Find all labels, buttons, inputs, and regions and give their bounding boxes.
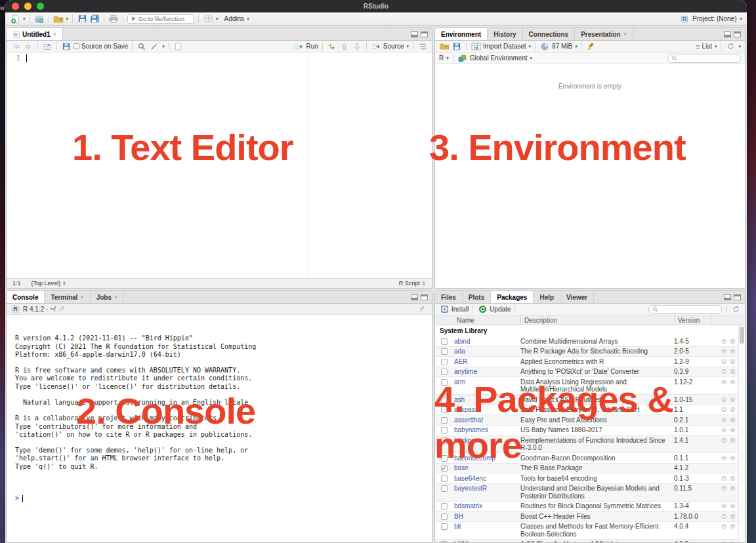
- maximize-pane-icon[interactable]: [734, 294, 741, 300]
- package-checkbox[interactable]: [441, 338, 448, 345]
- language-selector[interactable]: R ▾: [439, 54, 449, 62]
- refresh-packages-icon[interactable]: [730, 304, 741, 314]
- package-website-icon[interactable]: ⊜: [721, 454, 727, 462]
- goto-file-search[interactable]: [127, 14, 194, 24]
- tab-history[interactable]: History: [488, 28, 522, 40]
- column-version[interactable]: Version: [674, 315, 711, 325]
- package-website-icon[interactable]: ⊜: [721, 540, 727, 542]
- panes-layout-icon[interactable]: [203, 14, 213, 24]
- package-website-icon[interactable]: ⊜: [721, 523, 727, 530]
- minimize-pane-icon[interactable]: [411, 31, 418, 37]
- document-outline-icon[interactable]: [417, 41, 428, 51]
- package-checkbox[interactable]: [441, 513, 448, 520]
- package-website-icon[interactable]: ⊜: [721, 338, 727, 345]
- print-icon[interactable]: [108, 14, 119, 24]
- package-remove-icon[interactable]: ⊗: [730, 513, 736, 520]
- package-name-link[interactable]: BH: [453, 513, 520, 520]
- environment-search-input[interactable]: [679, 55, 737, 62]
- packages-scrollbar[interactable]: [738, 325, 745, 542]
- new-project-icon[interactable]: [34, 14, 45, 24]
- package-website-icon[interactable]: ⊜: [721, 348, 727, 355]
- package-remove-icon[interactable]: ⊗: [730, 368, 736, 375]
- packages-search-input[interactable]: [660, 306, 718, 313]
- package-website-icon[interactable]: ⊜: [721, 513, 727, 520]
- tab-environment[interactable]: Environment: [435, 28, 488, 40]
- package-name-link[interactable]: base64enc: [453, 475, 520, 482]
- environment-scope-selector[interactable]: Global Environment ▾: [457, 53, 532, 63]
- save-document-icon[interactable]: [61, 41, 72, 51]
- close-tab-icon[interactable]: ×: [80, 294, 83, 300]
- rerun-icon[interactable]: [327, 41, 337, 51]
- save-all-icon[interactable]: [89, 14, 100, 24]
- panes-dropdown-icon[interactable]: ▾: [216, 16, 219, 22]
- project-menu[interactable]: Project: (None) ▾: [679, 14, 742, 24]
- package-website-icon[interactable]: ⊜: [721, 358, 727, 365]
- package-name-link[interactable]: abind: [453, 338, 520, 345]
- tab-help[interactable]: Help: [534, 291, 560, 303]
- tab-jobs[interactable]: Jobs×: [91, 291, 125, 303]
- goto-file-input[interactable]: [138, 16, 191, 22]
- package-remove-icon[interactable]: ⊗: [730, 416, 736, 424]
- package-name-link[interactable]: bit64: [453, 540, 520, 542]
- package-remove-icon[interactable]: ⊗: [730, 338, 736, 345]
- package-checkbox[interactable]: [441, 475, 448, 482]
- tab-connections[interactable]: Connections: [523, 28, 576, 40]
- install-button[interactable]: Install: [439, 304, 469, 314]
- go-down-icon[interactable]: [352, 41, 362, 51]
- file-type-selector[interactable]: R Script ⇕: [399, 280, 426, 287]
- tab-untitled1[interactable]: Untitled1 ×: [7, 28, 63, 40]
- package-remove-icon[interactable]: ⊗: [730, 454, 736, 462]
- tab-plots[interactable]: Plots: [463, 291, 491, 303]
- code-tools-wand-icon[interactable]: [149, 41, 159, 51]
- list-view-button[interactable]: ≡ List ▾: [696, 43, 717, 50]
- package-checkbox[interactable]: [441, 503, 448, 510]
- compile-report-icon[interactable]: [173, 41, 184, 51]
- save-icon[interactable]: [77, 14, 87, 24]
- open-recent-dropdown-icon[interactable]: ▾: [66, 16, 69, 22]
- run-button[interactable]: Run: [293, 41, 318, 51]
- column-description[interactable]: Description: [520, 315, 674, 325]
- package-remove-icon[interactable]: ⊗: [730, 485, 736, 492]
- update-button[interactable]: Update: [477, 304, 511, 314]
- code-tools-dropdown-icon[interactable]: ▾: [162, 44, 165, 49]
- package-remove-icon[interactable]: ⊗: [730, 523, 736, 530]
- environment-search[interactable]: [667, 54, 741, 63]
- package-checkbox[interactable]: [441, 523, 448, 530]
- forward-icon[interactable]: [23, 41, 33, 51]
- package-checkbox[interactable]: [441, 359, 448, 365]
- minimize-pane-icon[interactable]: [724, 31, 731, 37]
- package-name-link[interactable]: AER: [453, 358, 520, 365]
- clear-console-broom-icon[interactable]: [417, 304, 427, 314]
- load-workspace-icon[interactable]: [439, 41, 450, 51]
- package-remove-icon[interactable]: ⊗: [730, 378, 736, 386]
- package-checkbox[interactable]: [441, 541, 448, 542]
- minimize-pane-icon[interactable]: [724, 294, 731, 300]
- scope-selector[interactable]: (Top Level) ⇕: [32, 280, 67, 287]
- open-file-icon[interactable]: [53, 14, 64, 24]
- memory-usage-button[interactable]: 97 MiB ▾: [539, 41, 578, 51]
- tab-files[interactable]: Files: [435, 291, 463, 303]
- package-website-icon[interactable]: ⊜: [721, 396, 727, 403]
- maximize-pane-icon[interactable]: [421, 31, 428, 37]
- new-file-dropdown-icon[interactable]: ▾: [23, 16, 26, 22]
- package-name-link[interactable]: anytime: [453, 368, 520, 375]
- package-name-link[interactable]: bdsmatrix: [453, 502, 520, 510]
- maximize-pane-icon[interactable]: [734, 31, 741, 37]
- minimize-pane-icon[interactable]: [411, 294, 418, 300]
- clear-workspace-broom-icon[interactable]: [586, 41, 597, 51]
- package-remove-icon[interactable]: ⊗: [730, 437, 736, 444]
- package-website-icon[interactable]: ⊜: [721, 416, 727, 424]
- close-tab-icon[interactable]: ×: [114, 294, 117, 300]
- new-file-icon[interactable]: [10, 14, 20, 24]
- go-up-icon[interactable]: [339, 41, 350, 51]
- refresh-environment-icon[interactable]: [725, 41, 736, 51]
- package-website-icon[interactable]: ⊜: [721, 426, 727, 433]
- import-dataset-button[interactable]: Import Dataset ▾: [471, 41, 531, 51]
- tab-console[interactable]: Console: [7, 291, 45, 303]
- maximize-pane-icon[interactable]: [421, 294, 428, 300]
- package-website-icon[interactable]: ⊜: [721, 437, 727, 444]
- open-in-new-icon[interactable]: [59, 304, 65, 314]
- source-on-save-checkbox[interactable]: [74, 43, 79, 49]
- package-checkbox[interactable]: [441, 485, 448, 492]
- tab-terminal[interactable]: Terminal×: [45, 291, 90, 303]
